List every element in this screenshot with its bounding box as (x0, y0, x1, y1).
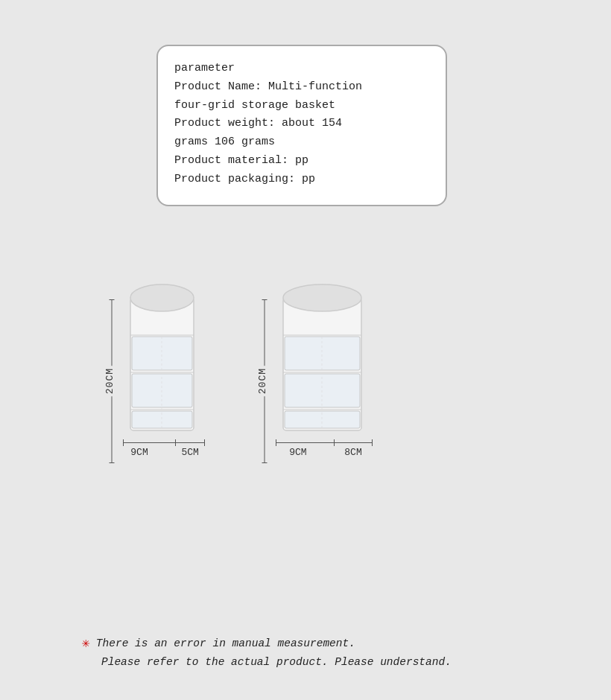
svg-rect-15 (285, 374, 360, 407)
notice-line1-wrap: ✳ There is an error in manual measuremen… (82, 634, 581, 653)
notice-line2-wrap: Please refer to the actual product. Plea… (82, 653, 581, 672)
param-title: parameter (174, 60, 429, 78)
svg-rect-7 (132, 411, 192, 428)
notice-asterisk: ✳ (82, 634, 90, 653)
svg-point-10 (283, 284, 361, 311)
param-line6: Product packaging: pp (174, 171, 429, 189)
parameter-box: parameter Product Name: Multi-function f… (156, 45, 447, 206)
diagram1-h-label1: 9CM (130, 447, 148, 458)
param-line3: Product weight: about 154 (174, 115, 429, 133)
diagram2-h-label1: 9CM (289, 447, 306, 458)
basket-2-wrap: 9CM 8CM (276, 276, 373, 463)
basket-2-svg (276, 276, 373, 439)
diagram2-h-label2: 8CM (344, 447, 361, 458)
notice-text-line1: There is an error in manual measurement. (96, 634, 355, 653)
diagram-2: 20CM (257, 276, 373, 463)
notice-section: ✳ There is an error in manual measuremen… (82, 634, 581, 672)
basket-1-svg (123, 276, 205, 439)
param-line1: Product Name: Multi-function (174, 78, 429, 97)
param-line4: grams 106 grams (174, 133, 429, 152)
diagrams-section: 20CM (104, 276, 373, 463)
diagram-1: 20CM (104, 276, 205, 463)
svg-rect-6 (132, 374, 192, 407)
svg-rect-16 (285, 411, 360, 428)
svg-rect-14 (285, 337, 360, 370)
svg-point-1 (130, 284, 194, 311)
diagram2-v-label: 20CM (257, 366, 268, 396)
param-line5: Product material: pp (174, 152, 429, 171)
param-line2: four-grid storage basket (174, 97, 429, 115)
basket-1-wrap: 9CM 5CM (123, 276, 205, 463)
notice-text-line2: Please refer to the actual product. Plea… (101, 656, 452, 668)
svg-rect-5 (132, 337, 192, 370)
diagram1-h-label2: 5CM (181, 447, 198, 458)
diagram1-v-label: 20CM (104, 366, 115, 396)
